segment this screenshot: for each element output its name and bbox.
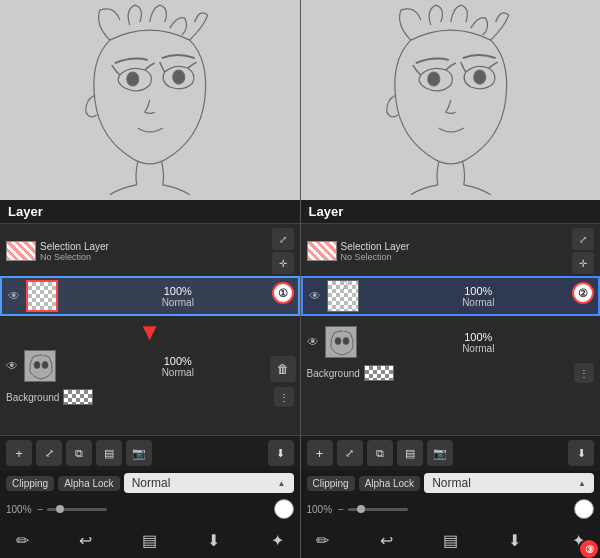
eye-icon-1-right[interactable]: 👁 — [305, 334, 321, 350]
canvas-right — [301, 0, 601, 200]
layer-tool-left[interactable]: ▤ — [136, 526, 164, 554]
layer-2-blend-left: Normal — [162, 297, 194, 308]
layer-extra1-left[interactable]: ▤ — [96, 440, 122, 466]
tool-bar-left: ✏ ↩ ▤ ⬇ ✦ — [0, 522, 300, 558]
selection-layer-row-right: Selection Layer No Selection ⤢ ✛ — [301, 226, 601, 276]
download-tool-left[interactable]: ⬇ — [200, 526, 228, 554]
transform-btn-right[interactable]: ⤢ — [572, 228, 594, 250]
layer-1-opacity-left: 100% — [164, 355, 192, 367]
zoom-knob-right — [357, 505, 365, 513]
layer-1-blend-left: Normal — [162, 367, 194, 378]
zoom-circle-right[interactable] — [574, 499, 594, 519]
mode-dropdown-left[interactable]: Normal ▲ — [124, 473, 294, 493]
layer-2-number-right: 2 — [343, 280, 349, 291]
layer-content-right: Selection Layer No Selection ⤢ ✛ 2 👁 — [301, 224, 601, 435]
layer-2-info-right: 100% Normal — [363, 285, 595, 308]
layer-2-info-left: 100% Normal — [62, 285, 294, 308]
red-arrow-left: ▼ — [138, 318, 162, 346]
zoom-label-right: 100% — [307, 504, 333, 515]
panel-right: Layer Selection Layer No Selection ⤢ ✛ — [301, 0, 601, 558]
selection-layer-label-left: Selection Layer — [40, 241, 109, 252]
clipping-btn-left[interactable]: Clipping — [6, 476, 54, 491]
download-tool-right[interactable]: ⬇ — [500, 526, 528, 554]
pen-tool-right[interactable]: ✏ — [309, 526, 337, 554]
layer-1-number-right: 1 — [341, 326, 347, 337]
undo-tool-left[interactable]: ↩ — [72, 526, 100, 554]
delete-btn-left[interactable]: 🗑 — [270, 356, 296, 382]
bg-label-left: Background — [6, 392, 59, 403]
selection-layer-label-right: Selection Layer — [341, 241, 410, 252]
zoom-slider-left[interactable] — [47, 508, 107, 511]
minus-icon-left[interactable]: − — [38, 504, 44, 515]
layer-2-blend-right: Normal — [462, 297, 494, 308]
arrow-area-left: ▼ — [0, 316, 300, 348]
transform-btn-left[interactable]: ⤢ — [272, 228, 294, 250]
badge-2-right: ② — [572, 282, 594, 304]
camera-btn-right[interactable]: 📷 — [427, 440, 453, 466]
move-layer-btn-right[interactable]: ⤢ — [337, 440, 363, 466]
bottom-toolbar-left: + ⤢ ⧉ ▤ 📷 ⬇ — [0, 435, 300, 470]
clipping-btn-right[interactable]: Clipping — [307, 476, 355, 491]
layer-row-2-left[interactable]: 2 👁 100% Normal ① — [0, 276, 300, 316]
move-layer-btn-left[interactable]: ⤢ — [36, 440, 62, 466]
mode-arrow-left: ▲ — [278, 479, 286, 488]
layer-2-thumb-left — [26, 280, 58, 312]
merge-down-right[interactable]: ⬇ — [568, 440, 594, 466]
badge-1-left: ① — [272, 282, 294, 304]
mode-arrow-right: ▲ — [578, 479, 586, 488]
zoom-controls-left: − — [38, 504, 108, 515]
alpha-lock-btn-right[interactable]: Alpha Lock — [359, 476, 420, 491]
bottom-toolbar-right: + ⤢ ⧉ ▤ 📷 ⬇ — [301, 435, 601, 470]
undo-tool-right[interactable]: ↩ — [372, 526, 400, 554]
zoom-controls-right: − — [338, 504, 408, 515]
mode-label-right: Normal — [432, 476, 471, 490]
pen-tool-left[interactable]: ✏ — [8, 526, 36, 554]
selection-layer-sublabel-left: No Selection — [40, 252, 109, 262]
mode-dropdown-right[interactable]: Normal ▲ — [424, 473, 594, 493]
mode-label-left: Normal — [132, 476, 171, 490]
badge-3-right: ③ — [580, 540, 598, 558]
add-layer-btn-right[interactable]: + — [307, 440, 333, 466]
main-container: Layer Selection Layer No Selection ⤢ ✛ — [0, 0, 600, 558]
eye-icon-2-right[interactable]: 👁 — [307, 288, 323, 304]
zoom-label-left: 100% — [6, 504, 32, 515]
camera-btn-left[interactable]: 📷 — [126, 440, 152, 466]
svg-point-11 — [343, 338, 349, 345]
mode-bar-left: Clipping Alpha Lock Normal ▲ — [0, 470, 300, 496]
selection-layer-info-right: Selection Layer No Selection — [341, 241, 410, 262]
eye-icon-2-left[interactable]: 👁 — [6, 288, 22, 304]
layer-extra1-right[interactable]: ▤ — [397, 440, 423, 466]
svg-point-5 — [42, 362, 48, 369]
move-btn-right[interactable]: ✛ — [572, 252, 594, 274]
layer-tool-right[interactable]: ▤ — [436, 526, 464, 554]
move-btn-left[interactable]: ✛ — [272, 252, 294, 274]
zoom-slider-right[interactable] — [348, 508, 408, 511]
bg-checker-left — [63, 389, 93, 405]
zoom-circle-left[interactable] — [274, 499, 294, 519]
tool-bar-right: ✏ ↩ ▤ ⬇ ✦ ③ — [301, 522, 601, 558]
layer-1-info-left: 100% Normal — [60, 355, 296, 378]
bg-settings-right[interactable]: ⋮ — [574, 363, 594, 383]
svg-point-10 — [335, 338, 341, 345]
layer-header-left: Layer — [0, 200, 300, 224]
bg-settings-left[interactable]: ⋮ — [274, 387, 294, 407]
layer-row-1-right[interactable]: 1 👁 — [301, 324, 601, 360]
layer-gap-right — [301, 316, 601, 324]
minus-icon-right[interactable]: − — [338, 504, 344, 515]
svg-point-8 — [473, 70, 485, 84]
extra-tool-left[interactable]: ✦ — [264, 526, 292, 554]
bg-label-right: Background — [307, 368, 360, 379]
alpha-lock-btn-left[interactable]: Alpha Lock — [58, 476, 119, 491]
layer-panel-right: Layer Selection Layer No Selection ⤢ ✛ — [301, 200, 601, 558]
selection-layer-row-left: Selection Layer No Selection ⤢ ✛ — [0, 226, 300, 276]
selection-layer-sublabel-right: No Selection — [341, 252, 410, 262]
add-layer-btn-left[interactable]: + — [6, 440, 32, 466]
duplicate-layer-btn-left[interactable]: ⧉ — [66, 440, 92, 466]
eye-icon-1-left[interactable]: 👁 — [4, 358, 20, 374]
layer-row-2-right[interactable]: 2 👁 100% Normal ② — [301, 276, 601, 316]
duplicate-layer-btn-right[interactable]: ⧉ — [367, 440, 393, 466]
bg-row-right: Background ⋮ — [301, 360, 601, 386]
merge-down-left[interactable]: ⬇ — [268, 440, 294, 466]
layer-row-1-left[interactable]: 1 👁 — [0, 348, 300, 384]
layer-1-opacity-right: 100% — [464, 331, 492, 343]
